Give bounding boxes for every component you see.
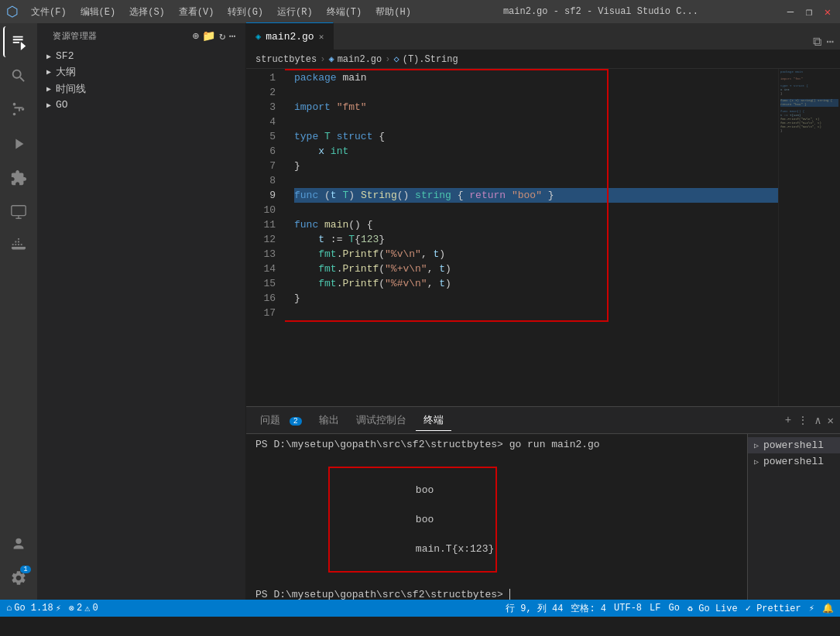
language-mode[interactable]: Go [668, 603, 679, 614]
activity-docker[interactable] [3, 231, 34, 262]
restore-button[interactable]: ❐ [803, 5, 815, 18]
panel-sidebar-label-1: powershell [763, 439, 824, 451]
breadcrumb-main2go[interactable]: main2.go [338, 54, 382, 65]
terminal-line-4: main.T{x:123} [416, 543, 494, 555]
tree-arrow-outline: ▶ [46, 67, 51, 77]
breadcrumb-structbytes[interactable]: structbytes [255, 54, 317, 65]
panel-body: PS D:\mysetup\gopath\src\sf2\structbytes… [246, 434, 840, 600]
terminal-output-group: boo boo main.T{x:123} [255, 452, 738, 587]
status-left: ⌂ Go 1.18 ⚡ ⊗ 2 ⚠ 0 [6, 603, 98, 614]
code-line-6: x int [294, 144, 778, 159]
editor-area: ◈ main2.go ✕ ⧉ ⋯ structbytes › ◈ main2.g… [246, 23, 840, 600]
menu-view[interactable]: 查看(V) [173, 4, 221, 20]
panel-tab-terminal[interactable]: 终端 [416, 410, 451, 431]
go-file-icon: ◈ [255, 31, 261, 43]
encoding[interactable]: UTF-8 [614, 603, 642, 614]
code-line-13: fmt.Printf("%v\n", t) [294, 247, 778, 262]
activity-extensions[interactable] [3, 162, 34, 193]
panel-sidebar-powershell-1[interactable]: ▷ powershell [748, 437, 840, 453]
ps-arrow-2: ▷ [754, 457, 759, 467]
breadcrumb-t-string[interactable]: (T).String [403, 54, 458, 65]
panel-sidebar-powershell-2[interactable]: ▷ powershell [748, 453, 840, 470]
panel-tab-output[interactable]: 输出 [311, 410, 347, 431]
activity-bar-bottom: 1 [3, 528, 34, 600]
new-terminal-button[interactable]: + [785, 414, 791, 427]
minimap-content: package main import "fmt" type T struct … [779, 69, 840, 135]
terminal-content[interactable]: PS D:\mysetup\gopath\src\sf2\structbytes… [246, 434, 747, 600]
more-actions-button[interactable]: ⋯ [826, 34, 834, 50]
code-line-7: } [294, 159, 778, 173]
tree-arrow-timeline: ▶ [46, 84, 51, 94]
line-ending[interactable]: LF [650, 603, 660, 614]
indent[interactable]: 空格: 4 [571, 602, 606, 615]
panel-actions: + ⋮ ∧ ✕ [785, 414, 834, 427]
title-bar: ⬡ 文件(F) 编辑(E) 选择(S) 查看(V) 转到(G) 运行(R) 终端… [0, 0, 840, 23]
notifications-button[interactable]: 🔔 [822, 603, 834, 614]
editor-layout-actions: ⧉ ⋯ [807, 34, 840, 50]
terminal-line-2: boo [416, 484, 434, 496]
menu-goto[interactable]: 转到(G) [221, 4, 269, 20]
activity-source-control[interactable] [3, 94, 34, 125]
remote-icon: ⌂ [6, 603, 12, 614]
minimize-button[interactable]: — [784, 5, 797, 18]
error-icon: ⊗ [69, 603, 74, 614]
sidebar-item-timeline[interactable]: ▶ 时间线 [37, 80, 245, 97]
activity-remote-explorer[interactable] [3, 197, 34, 227]
sidebar-item-sf2[interactable]: ▶ SF2 [37, 49, 245, 63]
prettier[interactable]: ✓ Prettier [746, 603, 801, 614]
panel-tab-problems[interactable]: 问题 2 [252, 410, 310, 431]
activity-explorer[interactable] [3, 26, 34, 57]
errors-warnings[interactable]: ⊗ 2 ⚠ 0 [69, 603, 98, 614]
activity-run-debug[interactable] [3, 128, 34, 159]
cursor-position[interactable]: 行 9, 列 44 [506, 602, 563, 615]
code-editor[interactable]: 12345 678910 1112131415 1617 package mai… [246, 69, 840, 406]
panel-tabs: 问题 2 输出 调试控制台 终端 + ⋮ ∧ ✕ [246, 407, 840, 434]
panel: 问题 2 输出 调试控制台 终端 + ⋮ ∧ ✕ [246, 406, 840, 600]
sidebar-item-label-outline: 大纲 [56, 65, 76, 79]
activity-account[interactable] [3, 528, 34, 559]
code-line-2 [294, 85, 778, 100]
code-line-1: package main [294, 70, 778, 85]
new-folder-button[interactable]: 📁 [202, 29, 216, 43]
sidebar-item-outline[interactable]: ▶ 大纲 [37, 63, 245, 80]
panel-tab-problems-label: 问题 [260, 415, 280, 426]
code-line-9: func (t T) String() string { return "boo… [294, 188, 778, 203]
tree-arrow-sf2: ▶ [46, 52, 51, 61]
remote-indicator[interactable]: ⌂ Go 1.18 ⚡ [6, 603, 61, 614]
warning-icon: ⚠ [84, 603, 90, 614]
menu-select[interactable]: 选择(S) [123, 4, 171, 20]
panel-sidebar: ▷ powershell ▷ powershell [747, 434, 840, 600]
split-editor-button[interactable]: ⧉ [813, 35, 821, 50]
menu-terminal[interactable]: 终端(T) [321, 4, 369, 20]
menu-file[interactable]: 文件(F) [25, 4, 73, 20]
menu-bar-inline: 文件(F) 编辑(E) 选择(S) 查看(V) 转到(G) 运行(R) 终端(T… [25, 4, 417, 20]
sidebar-tree: ▶ SF2 ▶ 大纲 ▶ 时间线 ▶ GO [37, 46, 245, 600]
close-button[interactable]: ✕ [821, 5, 834, 18]
menu-edit[interactable]: 编辑(E) [74, 4, 122, 20]
close-panel-button[interactable]: ✕ [828, 414, 834, 427]
maximize-panel-button[interactable]: ∧ [814, 414, 821, 427]
tab-main2-go[interactable]: ◈ main2.go ✕ [246, 22, 334, 50]
tab-close-button[interactable]: ✕ [319, 32, 324, 42]
new-file-button[interactable]: ⊕ [192, 29, 199, 43]
collapse-all-button[interactable]: ⋯ [229, 29, 236, 43]
format-button[interactable]: ⚡ [809, 603, 814, 614]
code-content[interactable]: package main import "fmt" type T struct … [285, 69, 778, 406]
panel-sidebar-label-2: powershell [763, 456, 824, 467]
ps-arrow-1: ▷ [754, 441, 759, 450]
panel-tab-debug-console[interactable]: 调试控制台 [348, 410, 414, 431]
breadcrumb: structbytes › ◈ main2.go › ◇ (T).String [246, 50, 840, 69]
refresh-button[interactable]: ↻ [219, 29, 226, 43]
panel-tab-debug-console-label: 调试控制台 [356, 415, 406, 426]
sidebar-item-go[interactable]: ▶ GO [37, 97, 245, 112]
activity-search[interactable] [3, 60, 34, 91]
menu-run[interactable]: 运行(R) [271, 4, 319, 20]
split-terminal-button[interactable]: ⋮ [797, 414, 808, 427]
tab-label-main2-go: main2.go [266, 31, 314, 43]
panel-tab-output-label: 输出 [319, 415, 339, 426]
sidebar-item-label-go: GO [56, 99, 68, 111]
go-live[interactable]: ♻ Go Live [687, 603, 738, 614]
activity-settings[interactable]: 1 [3, 562, 34, 593]
code-line-5: type T struct { [294, 129, 778, 144]
menu-help[interactable]: 帮助(H) [369, 4, 417, 20]
